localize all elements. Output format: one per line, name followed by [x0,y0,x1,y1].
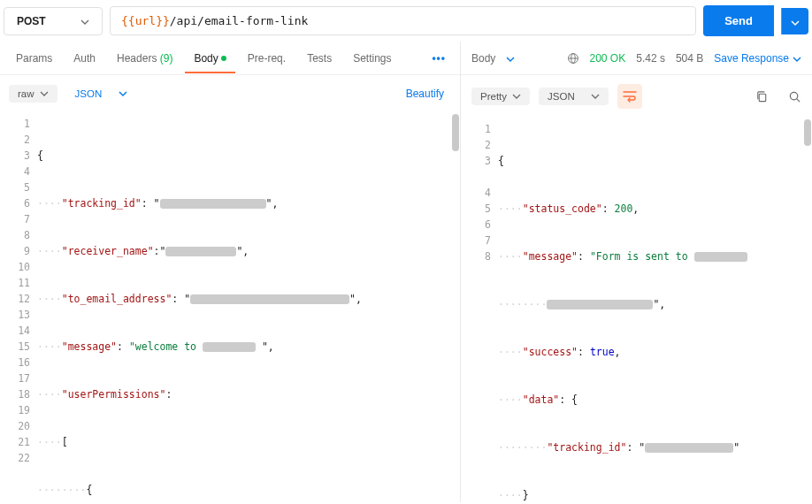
send-button[interactable]: Send [703,5,774,36]
chevron-down-icon[interactable] [506,54,515,63]
more-icon[interactable]: ••• [425,49,453,68]
status-code: 200 OK [590,52,626,65]
chevron-down-icon [80,17,89,26]
code-content: { ····"tracking_id": "", ····"receiver_n… [37,112,460,502]
response-header: Body 200 OK 5.42 s 504 B Save Response [461,42,812,75]
code-content: { ····"status_code": 200, ····"message":… [498,118,812,502]
response-time: 5.42 s [636,52,665,65]
redacted [203,342,256,352]
chevron-down-icon [40,89,49,98]
body-mode-select[interactable]: raw [9,85,57,103]
line-gutter: 12345678 [461,118,498,268]
scrollbar[interactable] [452,114,459,151]
tab-params[interactable]: Params [7,43,61,73]
response-body-tab[interactable]: Body [471,52,495,65]
redacted [165,247,236,256]
beautify-button[interactable]: Beautify [399,84,451,103]
view-mode-select[interactable]: Pretty [471,88,530,105]
redacted [694,252,747,262]
svg-point-4 [790,92,797,99]
save-response-button[interactable]: Save Response [714,52,801,65]
request-panel: Params Auth Headers (9) Body Pre-req. Te… [0,42,461,502]
svg-line-5 [797,98,800,101]
request-body-subbar: raw JSON Beautify [0,75,460,112]
redacted [160,199,266,209]
request-body-editor[interactable]: 12345678910111213141516171819202122 { ··… [0,112,460,502]
tab-settings[interactable]: Settings [344,43,400,73]
response-lang-select[interactable]: JSON [539,88,609,105]
redacted [645,443,733,453]
line-gutter: 12345678910111213141516171819202122 [0,112,37,470]
tab-auth[interactable]: Auth [65,43,104,73]
redacted [547,300,653,309]
chevron-down-icon [119,89,127,98]
chevron-down-icon [791,17,800,26]
chevron-down-icon [793,54,801,63]
redacted [190,294,349,304]
send-more-button[interactable] [781,8,808,34]
url-variable: {{url}} [121,14,170,27]
tab-tests[interactable]: Tests [298,43,341,73]
url-path: /api/email-form-link [170,14,309,27]
wrap-lines-button[interactable] [617,84,642,109]
svg-rect-3 [759,94,766,101]
globe-icon[interactable] [567,52,579,65]
request-tabs: Params Auth Headers (9) Body Pre-req. Te… [0,42,460,75]
method-label: POST [17,15,46,27]
response-body-viewer[interactable]: 12345678 { ····"status_code": 200, ····"… [461,118,812,502]
copy-icon[interactable] [755,90,769,103]
response-panel: Body 200 OK 5.42 s 504 B Save Response P… [461,42,812,502]
chevron-down-icon [591,92,600,101]
url-input[interactable]: {{url}}/api/email-form-link [110,6,696,35]
chevron-down-icon [512,92,521,101]
method-select[interactable]: POST [4,7,103,35]
search-icon[interactable] [788,90,801,103]
response-subbar: Pretty JSON [461,75,812,118]
tab-headers[interactable]: Headers (9) [108,43,181,73]
scrollbar[interactable] [804,119,811,146]
modified-dot-icon [221,56,226,61]
body-lang-select[interactable]: JSON [66,85,136,103]
tab-prereq[interactable]: Pre-req. [239,43,295,73]
response-size: 504 B [676,52,703,65]
tab-body[interactable]: Body [185,43,234,73]
